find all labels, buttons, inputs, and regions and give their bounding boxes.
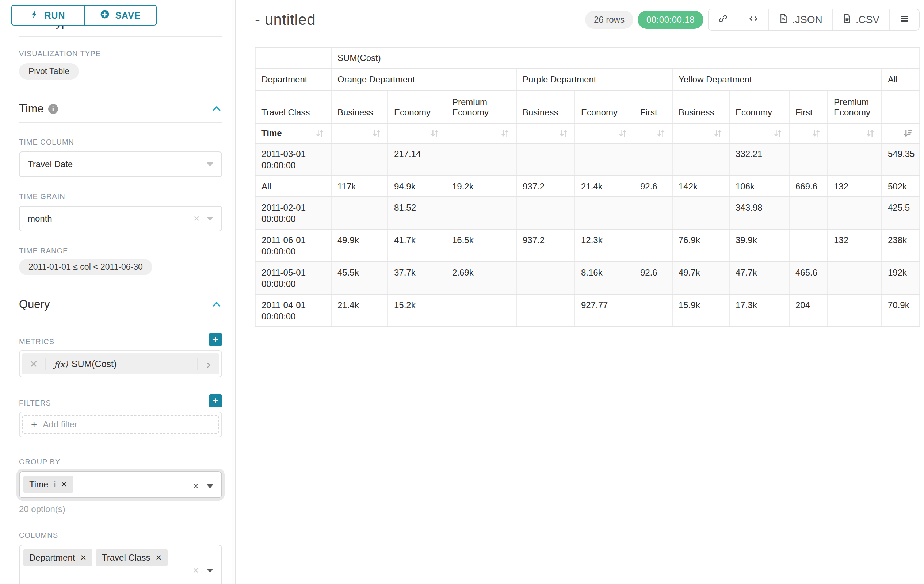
sort-icon[interactable] bbox=[558, 128, 569, 138]
add-filter-label: Add filter bbox=[43, 419, 78, 429]
visualization-type-value[interactable]: Pivot Table bbox=[19, 63, 79, 80]
selected-tag[interactable]: Travel Class✕ bbox=[96, 549, 168, 566]
sort-icon[interactable] bbox=[315, 128, 325, 138]
sort-header-cell bbox=[634, 123, 672, 143]
pivot-cell bbox=[331, 143, 388, 176]
sort-descending-icon[interactable] bbox=[903, 128, 913, 138]
pivot-cell: 332.21 bbox=[729, 143, 789, 176]
link-icon bbox=[718, 13, 728, 26]
sort-header-cell bbox=[388, 123, 446, 143]
pivot-cell: 425.5 bbox=[882, 197, 919, 230]
pivot-cell: 927.77 bbox=[575, 294, 634, 327]
chevron-up-icon bbox=[211, 110, 222, 115]
time-grain-select[interactable]: month × bbox=[19, 206, 222, 231]
add-metric-button[interactable]: + bbox=[209, 333, 222, 346]
circle-plus-icon bbox=[100, 10, 110, 21]
department-group-header: Yellow Department bbox=[672, 69, 882, 90]
sort-icon[interactable] bbox=[713, 128, 723, 138]
pivot-cell: 15.2k bbox=[388, 294, 446, 327]
pivot-cell: 41.7k bbox=[388, 230, 446, 262]
groupby-select[interactable]: Timei✕ × bbox=[19, 471, 222, 498]
sort-icon[interactable] bbox=[371, 128, 382, 138]
row-header: 2011-05-01 00:00:00 bbox=[255, 262, 331, 294]
sort-header-cell bbox=[789, 123, 828, 143]
section-divider bbox=[19, 36, 222, 36]
pivot-cell: 217.14 bbox=[388, 143, 446, 176]
json-file-icon bbox=[779, 13, 789, 26]
time-column-label: TIME COLUMN bbox=[19, 138, 222, 146]
save-button[interactable]: SAVE bbox=[84, 6, 156, 25]
export-csv-button[interactable]: .CSV bbox=[832, 10, 889, 30]
pivot-cell bbox=[516, 143, 575, 176]
sort-icon[interactable] bbox=[617, 128, 628, 138]
query-section-collapse-button[interactable] bbox=[211, 299, 222, 310]
chart-header: - untitled 26 rows 00:00:00.18 bbox=[255, 9, 920, 31]
pivot-cell: 15.9k bbox=[672, 294, 729, 327]
chevron-down-icon[interactable] bbox=[207, 484, 213, 489]
metrics-control: ✕ ƒ(x)SUM(Cost) › bbox=[19, 350, 222, 377]
clear-icon[interactable]: × bbox=[193, 481, 199, 492]
section-divider bbox=[19, 317, 222, 318]
sort-icon[interactable] bbox=[656, 128, 666, 138]
sort-icon[interactable] bbox=[500, 128, 510, 138]
remove-tag-icon[interactable]: ✕ bbox=[80, 553, 87, 562]
pivot-cell bbox=[516, 262, 575, 294]
row-header: 2011-06-01 00:00:00 bbox=[255, 230, 331, 262]
remove-tag-icon[interactable]: ✕ bbox=[155, 553, 162, 562]
add-filter-button[interactable]: + Add filter bbox=[22, 415, 219, 434]
pivot-cell: 45.5k bbox=[331, 262, 388, 294]
copy-link-button[interactable] bbox=[708, 10, 738, 30]
pivot-cell: 37.7k bbox=[388, 262, 446, 294]
metric-pill[interactable]: ✕ ƒ(x)SUM(Cost) › bbox=[22, 353, 219, 375]
selected-tag[interactable]: Department✕ bbox=[23, 549, 92, 566]
groupby-options-hint: 20 option(s) bbox=[19, 504, 222, 514]
pivot-cell: 16.5k bbox=[446, 230, 516, 262]
time-section-collapse-button[interactable] bbox=[211, 103, 222, 114]
sort-icon[interactable] bbox=[773, 128, 783, 138]
remove-metric-icon[interactable]: ✕ bbox=[22, 358, 46, 370]
time-axis-label: Time bbox=[255, 123, 331, 143]
time-column-select[interactable]: Travel Date bbox=[19, 151, 222, 177]
control-panel: RUN SAVE Chart Type VISUALIZATION TYPE P… bbox=[0, 0, 236, 584]
section-divider bbox=[19, 122, 222, 123]
pivot-cell: 502k bbox=[882, 176, 919, 197]
filters-control: + Add filter bbox=[19, 412, 222, 437]
time-grain-label: TIME GRAIN bbox=[19, 192, 222, 201]
sort-icon[interactable] bbox=[865, 128, 875, 138]
pivot-cell: 192k bbox=[882, 262, 919, 294]
chevron-down-icon bbox=[207, 217, 213, 221]
pivot-cell bbox=[446, 143, 516, 176]
query-timer-badge: 00:00:00.18 bbox=[638, 11, 703, 29]
columns-select[interactable]: Department✕Travel Class✕ × bbox=[19, 545, 222, 584]
clear-icon[interactable]: × bbox=[193, 213, 200, 224]
pivot-cell: 106k bbox=[729, 176, 789, 197]
department-group-header: All bbox=[882, 69, 919, 90]
selected-tag[interactable]: Timei✕ bbox=[23, 475, 73, 493]
sort-header-cell bbox=[672, 123, 729, 143]
sort-icon[interactable] bbox=[429, 128, 440, 138]
travel-class-header: Premium Economy bbox=[446, 90, 516, 123]
filters-label: FILTERS bbox=[19, 399, 51, 407]
clear-icon[interactable]: × bbox=[193, 565, 199, 576]
pivot-cell bbox=[634, 230, 672, 262]
chevron-down-icon[interactable] bbox=[207, 569, 213, 572]
chevron-right-icon[interactable]: › bbox=[197, 358, 219, 370]
travel-class-header: First bbox=[634, 90, 672, 123]
embed-code-button[interactable] bbox=[738, 10, 769, 30]
sort-icon[interactable] bbox=[811, 128, 822, 138]
csv-file-icon bbox=[842, 13, 852, 26]
remove-tag-icon[interactable]: ✕ bbox=[61, 480, 68, 489]
time-range-value[interactable]: 2011-01-01 ≤ col < 2011-06-30 bbox=[19, 259, 152, 275]
sort-header-cell bbox=[729, 123, 789, 143]
time-column-value: Travel Date bbox=[28, 159, 207, 169]
columns-label: COLUMNS bbox=[19, 531, 222, 540]
row-header: 2011-02-01 00:00:00 bbox=[255, 197, 331, 230]
code-icon bbox=[748, 13, 759, 26]
add-filter-plus-button[interactable]: + bbox=[209, 394, 222, 407]
department-axis-label: Department bbox=[255, 69, 331, 90]
chart-menu-button[interactable] bbox=[889, 10, 919, 30]
travel-class-header: Business bbox=[516, 90, 575, 123]
run-button[interactable]: RUN bbox=[12, 6, 84, 25]
export-json-button[interactable]: .JSON bbox=[769, 10, 832, 30]
plus-icon: + bbox=[31, 419, 37, 430]
